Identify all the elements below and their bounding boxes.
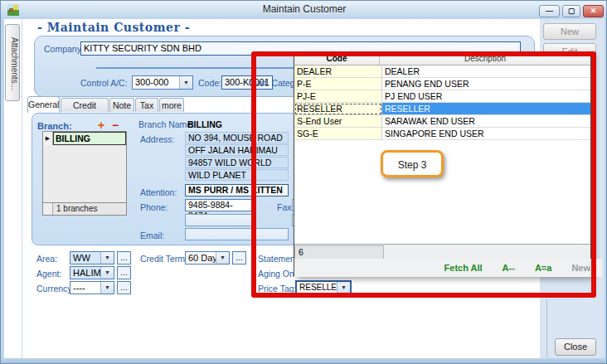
branch-status-bar: 1 branches bbox=[42, 203, 127, 216]
close-form-button[interactable]: Close bbox=[555, 338, 596, 356]
branch-name-value[interactable]: BILLING bbox=[187, 119, 222, 129]
credit-terms-label: Credit Terms: bbox=[140, 254, 192, 264]
code-cell[interactable]: S-End User bbox=[294, 115, 382, 128]
control-ac-select[interactable]: 300-000 ▼ bbox=[132, 75, 193, 90]
tab-tax[interactable]: Tax bbox=[135, 98, 158, 112]
currency-select[interactable]: ---- ▼ bbox=[70, 281, 114, 294]
branch-status-cell bbox=[43, 203, 53, 215]
phone2-input[interactable] bbox=[185, 214, 252, 226]
table-row[interactable]: PJ-E PJ END USER bbox=[294, 90, 590, 103]
area-label: Area: bbox=[36, 254, 57, 264]
table-row-selected[interactable]: RESELLER RESELLER bbox=[294, 103, 590, 115]
currency-value: ---- bbox=[70, 282, 100, 294]
email-input[interactable] bbox=[185, 228, 289, 240]
lookup-header-row: Code Description bbox=[294, 53, 590, 66]
price-tag-value: RESELLER bbox=[297, 282, 337, 293]
address-line-1[interactable]: NO 394, MOUSE ROAD bbox=[185, 132, 289, 143]
code-cell[interactable]: DEALER bbox=[294, 66, 382, 78]
description-cell[interactable]: PJ END USER bbox=[382, 90, 590, 103]
filter-a-dashes-button[interactable]: A-- bbox=[503, 263, 515, 273]
description-column-header[interactable]: Description bbox=[380, 53, 590, 65]
chevron-down-icon[interactable]: ▼ bbox=[100, 267, 114, 279]
phone-input[interactable]: 9485-9884-8474 bbox=[185, 199, 252, 211]
new-record-button[interactable]: New bbox=[543, 23, 596, 40]
price-tag-select[interactable]: RESELLER ▼ bbox=[295, 280, 352, 294]
step-callout: Step 3 bbox=[381, 150, 444, 177]
window-title: Maintain Customer bbox=[1, 3, 607, 15]
page-title: - Maintain Customer - bbox=[37, 21, 190, 34]
address-line-3[interactable]: 94857 WILD WORLD bbox=[185, 157, 289, 168]
description-cell[interactable]: RESELLER bbox=[382, 103, 590, 115]
control-ac-label: Control A/C: bbox=[80, 78, 128, 88]
chevron-down-icon[interactable]: ▼ bbox=[337, 282, 350, 293]
control-ac-value: 300-000 bbox=[133, 76, 179, 89]
credit-terms-select[interactable]: 60 Days ▼ bbox=[185, 251, 230, 265]
agent-label: Agent: bbox=[36, 269, 61, 279]
branch-label: Branch: bbox=[37, 121, 72, 131]
code-column-header[interactable]: Code bbox=[294, 53, 380, 65]
credit-terms-lookup-button[interactable]: ... bbox=[232, 251, 246, 265]
match-case-button[interactable]: A=a bbox=[535, 263, 552, 273]
code-cell[interactable]: SG-E bbox=[294, 128, 382, 140]
chevron-down-icon[interactable]: ▼ bbox=[216, 252, 229, 264]
chevron-down-icon[interactable]: ▼ bbox=[100, 282, 114, 294]
remove-branch-icon[interactable]: − bbox=[112, 119, 119, 132]
table-row[interactable]: DEALER DEALER bbox=[294, 66, 590, 78]
agent-lookup-button[interactable]: ... bbox=[117, 266, 131, 279]
add-branch-icon[interactable]: + bbox=[98, 119, 104, 132]
address-label: Address: bbox=[140, 134, 174, 144]
price-tag-label: Price Tag: bbox=[258, 284, 297, 294]
attention-input[interactable]: MS PURR / MS KITTEN bbox=[185, 184, 289, 197]
company-label: Company: bbox=[44, 44, 84, 54]
table-row[interactable]: S-End User SARAWAK END USER bbox=[294, 115, 590, 128]
branch-list-item[interactable]: ▶ BILLING bbox=[43, 132, 126, 145]
panel-divider bbox=[546, 299, 547, 357]
aging-on-label: Aging On: bbox=[258, 269, 297, 279]
chevron-down-icon[interactable]: ▼ bbox=[179, 76, 192, 89]
fetch-all-button[interactable]: Fetch All bbox=[444, 263, 483, 273]
table-row[interactable]: P-E PENANG END USER bbox=[294, 78, 590, 90]
code-label: Code: bbox=[198, 78, 221, 88]
description-cell[interactable]: DEALER bbox=[382, 66, 590, 78]
currency-label: Currency: bbox=[36, 284, 75, 294]
code-cell[interactable]: P-E bbox=[294, 78, 382, 90]
description-cell[interactable]: SARAWAK END USER bbox=[382, 115, 590, 128]
agent-select[interactable]: HALIM ▼ bbox=[70, 266, 114, 279]
attention-label: Attention: bbox=[140, 187, 177, 197]
table-row[interactable]: SG-E SINGAPORE END USER bbox=[294, 128, 590, 140]
agent-value: HALIM bbox=[70, 267, 100, 279]
tab-credit-control[interactable]: Credit Control bbox=[61, 98, 109, 112]
area-lookup-button[interactable]: ... bbox=[117, 251, 131, 265]
lookup-status-bar: 6 bbox=[294, 244, 590, 260]
maximize-button[interactable]: ▢ bbox=[562, 5, 580, 17]
area-select[interactable]: WW ▼ bbox=[70, 251, 114, 265]
branch-count: 1 branches bbox=[53, 203, 126, 215]
description-cell[interactable]: PENANG END USER bbox=[382, 78, 590, 90]
branch-list[interactable]: ▶ BILLING bbox=[42, 131, 127, 203]
currency-lookup-button[interactable]: ... bbox=[117, 281, 131, 294]
code-cell[interactable]: PJ-E bbox=[294, 90, 382, 103]
credit-terms-value: 60 Days bbox=[186, 252, 216, 264]
row-marker-icon: ▶ bbox=[43, 132, 53, 145]
area-value: WW bbox=[70, 252, 100, 264]
branch-name-cell[interactable]: BILLING bbox=[53, 132, 126, 145]
close-window-button[interactable]: ✕ bbox=[583, 5, 604, 17]
address-line-2[interactable]: OFF JALAN HARIMAU bbox=[185, 144, 289, 156]
branch-name-label: Branch Name: bbox=[138, 119, 194, 129]
description-cell[interactable]: SINGAPORE END USER bbox=[382, 128, 590, 140]
tab-note[interactable]: Note bbox=[109, 98, 134, 112]
minimize-button[interactable]: — bbox=[539, 5, 560, 17]
phone-label: Phone: bbox=[140, 202, 168, 212]
window-bottom-border bbox=[1, 358, 607, 364]
new-category-button[interactable]: New bbox=[571, 263, 590, 273]
attachments-tab[interactable]: Attachments... bbox=[5, 24, 20, 101]
code-cell[interactable]: RESELLER bbox=[294, 103, 382, 115]
chevron-down-icon[interactable]: ▼ bbox=[100, 252, 114, 264]
lookup-actions-bar: Fetch All A-- A=a New bbox=[294, 259, 602, 277]
tab-general[interactable]: General bbox=[27, 96, 60, 113]
tab-more[interactable]: more bbox=[159, 98, 184, 112]
address-line-4[interactable]: WILD PLANET bbox=[185, 169, 289, 181]
maintain-customer-window: Maintain Customer — ▢ ✕ Attachments... N… bbox=[0, 0, 607, 364]
email-label: Email: bbox=[140, 231, 164, 240]
